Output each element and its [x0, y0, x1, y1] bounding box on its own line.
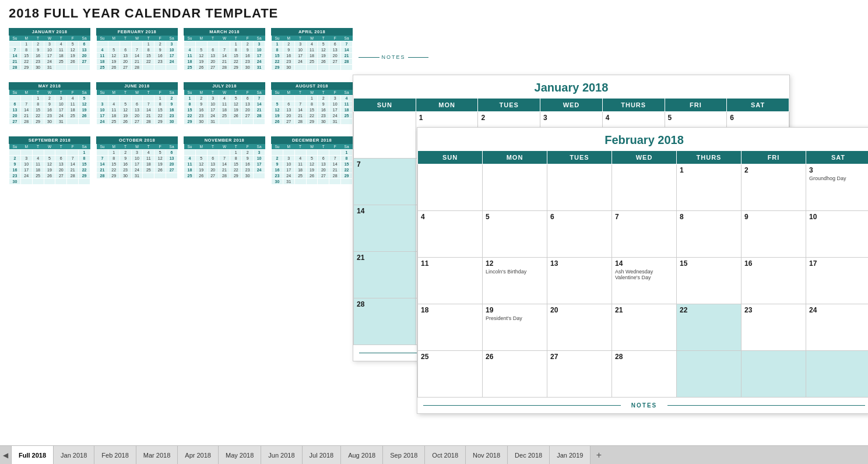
tab-jan2018[interactable]: Jan 2018 [54, 446, 94, 465]
mini-cal-sep: SEPTEMBER 2018SuMTWTFSa12345678910111213… [9, 136, 90, 185]
cal-cell: 27 [547, 351, 612, 398]
cal-cell: 3Groundhog Day [806, 164, 869, 211]
mini-cal-mar: MARCH 2018SuMTWTFSa123456789101112131415… [184, 28, 265, 71]
tab-oct2018[interactable]: Oct 2018 [425, 446, 466, 465]
mini-cal-row: JANUARY 2018SuMTWTFSa1234567891011121314… [9, 28, 859, 76]
mini-cal-header-apr: APRIL 2018 [271, 28, 353, 36]
mini-cal-header-feb: FEBRUARY 2018 [96, 28, 178, 36]
cal-cell: 12Lincoln's Birthday [483, 258, 547, 304]
cal-cell: 28 [354, 298, 416, 345]
cal-cell: 13 [547, 258, 612, 304]
cal-cell [806, 351, 869, 398]
mini-cal-jan: JANUARY 2018SuMTWTFSa1234567891011121314… [9, 28, 90, 71]
cal-cell: 24 [806, 304, 869, 351]
cal-cell [418, 164, 483, 211]
cal-cell: 21 [354, 252, 416, 298]
tab-mar2018[interactable]: Mar 2018 [136, 446, 178, 465]
notes-label-mini: NOTES [359, 54, 428, 60]
cal-cell [742, 351, 806, 398]
mini-cal-header-oct: OCTOBER 2018 [96, 136, 178, 144]
cal-cell [612, 164, 677, 211]
tab-nov2018[interactable]: Nov 2018 [466, 446, 508, 465]
mini-cal-header-aug: AUGUST 2018 [271, 82, 353, 90]
cal-cell: 20 [547, 304, 612, 351]
mini-cal-oct: OCTOBER 2018SuMTWTFSa1234567891011121314… [96, 136, 178, 185]
cal-cell: 25 [418, 351, 483, 398]
mini-cal-table-feb: SuMTWTFSa1234567891011121314151617181920… [96, 36, 178, 71]
large-feb-title: February 2018 [417, 128, 868, 150]
notes-section-mini: NOTES [359, 54, 428, 60]
tab-jul2018[interactable]: Jul 2018 [303, 446, 342, 465]
cal-cell: 11 [418, 258, 483, 304]
tab-nav-left[interactable]: ◀ [0, 446, 12, 465]
cal-cell: 21 [612, 304, 677, 351]
mini-cal-apr: APRIL 2018SuMTWTFSa123456789101112131415… [271, 28, 353, 71]
tab-jun2018[interactable]: Jun 2018 [261, 446, 302, 465]
feb-notes-row: NOTES [417, 398, 868, 413]
cal-cell [677, 351, 742, 398]
cal-cell: 8 [677, 211, 742, 258]
large-feb-table: SUNMONTUESWEDTHURSFRISAT 123Groundhog Da… [417, 150, 868, 398]
large-jan-title: January 2018 [353, 75, 789, 98]
mini-cal-table-dec: SuMTWTFSa1234567891011121314151617181920… [271, 144, 353, 185]
tab-dec2018[interactable]: Dec 2018 [508, 446, 550, 465]
mini-cal-dec: DECEMBER 2018SuMTWTFSa123456789101112131… [271, 136, 353, 185]
tab-jan2019[interactable]: Jan 2019 [550, 446, 591, 465]
mini-cal-table-jul: SuMTWTFSa1234567891011121314151617181920… [184, 90, 265, 125]
cal-cell: 14Ash Wednesday Valentine's Day [612, 258, 677, 304]
cal-cell: 7 [612, 211, 677, 258]
cal-cell: 23 [742, 304, 806, 351]
mini-cal-table-aug: SuMTWTFSa1234567891011121314151617181920… [271, 90, 353, 125]
mini-cal-header-jul: JULY 2018 [184, 82, 265, 90]
cal-cell: 26 [483, 351, 547, 398]
tab-bar: ◀ Full 2018Jan 2018Feb 2018Mar 2018Apr 2… [0, 445, 868, 464]
mini-cal-table-may: SuMTWTFSa1234567891011121314151617181920… [9, 90, 90, 125]
cal-cell: 1 [677, 164, 742, 211]
mini-cal-jun: JUNE 2018SuMTWTFSa1234567891011121314151… [96, 82, 178, 125]
mini-cal-may: MAY 2018SuMTWTFSa12345678910111213141516… [9, 82, 90, 125]
cal-cell [354, 112, 416, 159]
mini-cal-feb: FEBRUARY 2018SuMTWTFSa123456789101112131… [96, 28, 178, 71]
tab-may2018[interactable]: May 2018 [219, 446, 261, 465]
cal-cell: 15 [677, 258, 742, 304]
mini-cal-table-sep: SuMTWTFSa1234567891011121314151617181920… [9, 144, 90, 185]
tab-sep2018[interactable]: Sep 2018 [383, 446, 425, 465]
mini-cal-jul: JULY 2018SuMTWTFSa1234567891011121314151… [184, 82, 265, 125]
cal-cell: 19President's Day [483, 304, 547, 351]
mini-cal-header-dec: DECEMBER 2018 [271, 136, 353, 144]
tab-add-button[interactable]: + [591, 446, 607, 465]
tab-full2018[interactable]: Full 2018 [12, 446, 54, 465]
mini-cal-table-nov: SuMTWTFSa1234567891011121314151617181920… [184, 144, 265, 179]
mini-cal-header-mar: MARCH 2018 [184, 28, 265, 36]
cal-cell: 17 [806, 258, 869, 304]
mini-cal-nov: NOVEMBER 2018SuMTWTFSa123456789101112131… [184, 136, 265, 185]
cal-cell [547, 164, 612, 211]
cal-cell: 28 [612, 351, 677, 398]
mini-cal-aug: AUGUST 2018SuMTWTFSa12345678910111213141… [271, 82, 353, 125]
page-title: 2018 FULL YEAR CALENDAR TEMPLATE [9, 6, 859, 21]
cal-cell: 14 [354, 205, 416, 252]
large-feb-calendar: February 2018 SUNMONTUESWEDTHURSFRISAT 1… [417, 127, 868, 414]
tabs-container: Full 2018Jan 2018Feb 2018Mar 2018Apr 201… [12, 446, 591, 465]
cal-cell: 2 [742, 164, 806, 211]
mini-cal-header-jun: JUNE 2018 [96, 82, 178, 90]
cal-cell: 18 [418, 304, 483, 351]
tab-feb2018[interactable]: Feb 2018 [94, 446, 136, 465]
mini-cal-table-jun: SuMTWTFSa1234567891011121314151617181920… [96, 90, 178, 125]
cal-cell: 5 [483, 211, 547, 258]
mini-cal-table-apr: SuMTWTFSa1234567891011121314151617181920… [271, 36, 353, 71]
cal-cell: 6 [547, 211, 612, 258]
tab-aug2018[interactable]: Aug 2018 [341, 446, 383, 465]
mini-cal-header-nov: NOVEMBER 2018 [184, 136, 265, 144]
cal-cell: 7 [354, 159, 416, 205]
mini-cal-table-mar: SuMTWTFSa1234567891011121314151617181920… [184, 36, 265, 71]
mini-cal-table-jan: SuMTWTFSa1234567891011121314151617181920… [9, 36, 90, 71]
tab-apr2018[interactable]: Apr 2018 [178, 446, 219, 465]
cal-cell: 9 [742, 211, 806, 258]
mini-cal-header-sep: SEPTEMBER 2018 [9, 136, 90, 144]
mini-cal-header-may: MAY 2018 [9, 82, 90, 90]
cal-cell: 4 [418, 211, 483, 258]
mini-cal-header-jan: JANUARY 2018 [9, 28, 90, 36]
mini-cal-table-oct: SuMTWTFSa1234567891011121314151617181920… [96, 144, 178, 179]
cal-cell: 22 [677, 304, 742, 351]
